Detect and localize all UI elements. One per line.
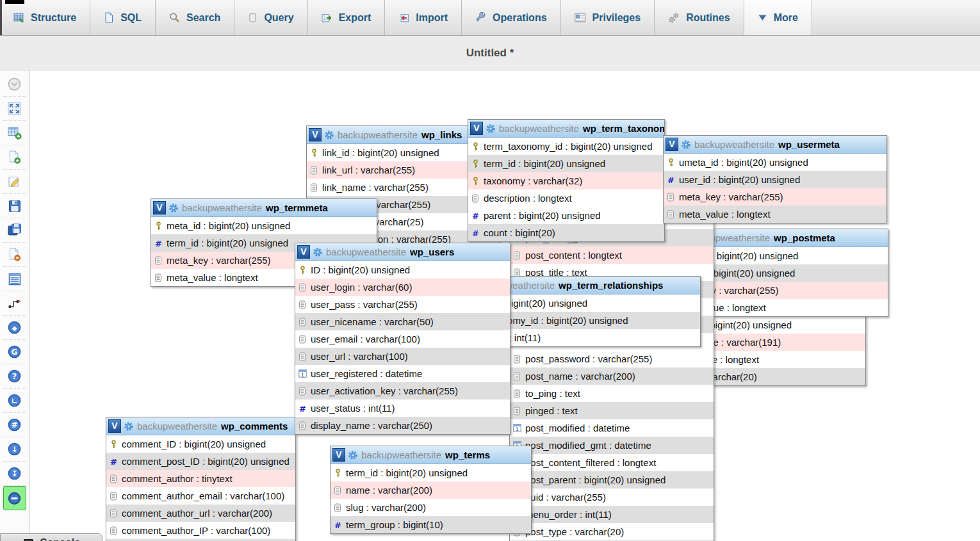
table-structure-toggle-icon[interactable]: V	[309, 128, 322, 141]
save-page-as-button[interactable]	[3, 218, 26, 243]
column-row-guid[interactable]: guid : varchar(255)	[510, 489, 714, 506]
column-row-comment_ID[interactable]: comment_ID : bigint(20) unsigned	[106, 435, 295, 453]
toggle-small-big-button[interactable]: ↧	[3, 462, 26, 486]
table-panel-wp_comments[interactable]: Vbackupweathersitewp_commentscomment_ID …	[106, 417, 296, 541]
column-row-comment_author[interactable]: comment_author : tinytext	[106, 470, 295, 487]
table-structure-toggle-icon[interactable]: V	[297, 245, 310, 259]
column-row-pinged[interactable]: pinged : text	[510, 402, 714, 419]
table-options-gear-icon[interactable]	[348, 450, 358, 460]
add-table-button[interactable]	[3, 121, 26, 145]
column-row-post_content_filtered[interactable]: post_content_filtered : longtext	[510, 454, 714, 471]
column-row-user_pass[interactable]: user_pass : varchar(255)	[295, 296, 510, 313]
table-panel-wp_term_taxonomy[interactable]: Vbackupweathersitewp_term_taxonomyterm_t…	[468, 119, 665, 242]
create-relationship-button[interactable]	[3, 291, 26, 316]
table-header-wp_terms[interactable]: Vbackupweathersitewp_terms	[331, 446, 531, 464]
column-row-user_url[interactable]: user_url : varchar(100)	[295, 348, 510, 365]
snap-to-grid-button[interactable]: #	[3, 413, 26, 437]
tab-sql[interactable]: SQL	[90, 0, 156, 35]
table-panel-wp_users[interactable]: Vbackupweathersitewp_usersID : bigint(20…	[295, 243, 510, 435]
column-row-count[interactable]: #count : bigint(20)	[468, 224, 664, 241]
column-row-comment_author_email[interactable]: comment_author_email : varchar(100)	[106, 487, 295, 505]
table-panel-wp_terms[interactable]: Vbackupweathersitewp_termsterm_id : bigi…	[330, 446, 532, 534]
column-row-user_nicename[interactable]: user_nicename : varchar(50)	[295, 313, 510, 330]
table-panel-wp_usermeta[interactable]: Vbackupweathersitewp_usermetaumeta_id : …	[663, 135, 887, 223]
column-row-post_password[interactable]: post_password : varchar(255)	[510, 350, 714, 367]
tab-structure[interactable]: Structure	[0, 0, 90, 35]
table-structure-toggle-icon[interactable]: V	[332, 448, 345, 462]
column-row-post_content[interactable]: post_content : longtext	[510, 246, 714, 264]
save-page-button[interactable]	[3, 194, 26, 218]
column-row-user_activation_key[interactable]: user_activation_key : varchar(255)	[295, 382, 510, 400]
column-row-menu_order[interactable]: #menu_order : int(11)	[510, 506, 714, 523]
column-row-term_id[interactable]: term_id : bigint(20) unsigned	[468, 155, 664, 172]
fullscreen-button[interactable]	[3, 97, 26, 121]
column-row-meta_value[interactable]: meta_value : longtext	[664, 206, 886, 223]
column-row-user_login[interactable]: user_login : varchar(60)	[295, 279, 510, 296]
new-page-button[interactable]	[3, 145, 26, 170]
table-options-gear-icon[interactable]	[313, 247, 323, 257]
column-row-description[interactable]: description : longtext	[468, 190, 664, 207]
tab-import[interactable]: Import	[385, 0, 462, 35]
table-options-gear-icon[interactable]	[324, 130, 334, 140]
table-options-gear-icon[interactable]	[486, 124, 496, 134]
toggle-relationship-lines-button[interactable]	[3, 486, 26, 510]
collapse-menu-button[interactable]	[3, 72, 26, 97]
table-options-gear-icon[interactable]	[168, 203, 179, 213]
help-button[interactable]: ?	[3, 364, 26, 389]
edit-page-button[interactable]	[3, 170, 26, 194]
table-options-gear-icon[interactable]	[124, 421, 134, 432]
column-row-meta_key[interactable]: meta_key : varchar(255)	[664, 188, 886, 206]
column-row-post_modified[interactable]: 1post_modified : datetime	[510, 419, 714, 437]
table-header-wp_usermeta[interactable]: Vbackupweathersitewp_usermeta	[664, 136, 886, 154]
console-bar[interactable]: Console	[0, 533, 102, 541]
table-structure-toggle-icon[interactable]: V	[666, 138, 678, 151]
column-row-user_id[interactable]: #user_id : bigint(20) unsigned	[664, 171, 886, 188]
column-row-post_parent[interactable]: #post_parent : bigint(20) unsigned	[510, 471, 714, 489]
tab-search[interactable]: Search	[156, 0, 234, 35]
column-label: term_id : bigint(20) unsigned	[346, 467, 468, 478]
column-row-ID[interactable]: ID : bigint(20) unsigned	[295, 261, 510, 279]
column-row-user_registered[interactable]: 1user_registered : datetime	[295, 365, 510, 382]
delete-page-button[interactable]	[3, 243, 26, 267]
text-column-icon	[298, 283, 307, 292]
column-row-name[interactable]: name : varchar(200)	[331, 481, 531, 499]
column-row-taxonomy[interactable]: taxonomy : varchar(32)	[468, 172, 664, 190]
column-row-parent[interactable]: #parent : bigint(20) unsigned	[468, 207, 664, 224]
choose-column-display-button[interactable]: ◆	[3, 316, 26, 340]
tab-query[interactable]: Query	[234, 0, 307, 35]
tab-operations[interactable]: Operations	[462, 0, 560, 35]
table-header-wp_termmeta[interactable]: Vbackupweathersitewp_termmeta	[151, 199, 377, 217]
tab-export[interactable]: Export	[308, 0, 386, 35]
column-row-post_modified_gmt[interactable]: 1post_modified_gmt : datetime	[510, 437, 714, 454]
column-row-umeta_id[interactable]: umeta_id : bigint(20) unsigned	[664, 154, 886, 171]
table-header-wp_comments[interactable]: Vbackupweathersitewp_comments	[106, 417, 295, 435]
column-row-user_email[interactable]: user_email : varchar(100)	[295, 330, 510, 348]
column-row-comment_author_IP[interactable]: comment_author_IP : varchar(100)	[106, 522, 295, 539]
column-row-meta_id[interactable]: meta_id : bigint(20) unsigned	[151, 217, 377, 234]
table-header-wp_term_taxonomy[interactable]: Vbackupweathersitewp_term_taxonomy	[468, 120, 664, 138]
table-options-gear-icon[interactable]	[681, 140, 691, 150]
tab-privileges[interactable]: Privileges	[561, 0, 655, 35]
column-row-slug[interactable]: slug : varchar(200)	[331, 499, 531, 516]
column-row-display_name[interactable]: display_name : varchar(250)	[295, 417, 510, 434]
column-row-term_taxonomy_id[interactable]: term_taxonomy_id : bigint(20) unsigned	[468, 138, 664, 155]
column-row-post_name[interactable]: post_name : varchar(200)	[510, 367, 714, 385]
column-row-comment_author_url[interactable]: comment_author_url : varchar(200)	[106, 505, 295, 522]
table-header-wp_users[interactable]: Vbackupweathersitewp_users	[295, 243, 510, 261]
column-row-user_status[interactable]: #user_status : int(11)	[295, 400, 510, 417]
column-row-term_id[interactable]: term_id : bigint(20) unsigned	[331, 464, 531, 481]
column-row-term_group[interactable]: #term_group : bigint(10)	[331, 516, 531, 533]
column-row-to_ping[interactable]: to_ping : text	[510, 385, 714, 402]
table-list-button[interactable]	[3, 267, 26, 291]
table-structure-toggle-icon[interactable]: V	[470, 122, 483, 135]
angular-links-button[interactable]: ∟	[3, 389, 26, 413]
table-structure-toggle-icon[interactable]: V	[108, 419, 121, 433]
tab-routines[interactable]: Routines	[655, 0, 744, 35]
small-big-all-button[interactable]: ↓	[3, 437, 26, 462]
column-row-post_type[interactable]: post_type : varchar(20)	[510, 523, 714, 540]
column-row-comment_post_ID[interactable]: #comment_post_ID : bigint(20) unsigned	[106, 453, 295, 470]
column-label: user_id : bigint(20) unsigned	[679, 174, 800, 185]
reload-button[interactable]: G	[3, 340, 26, 364]
table-structure-toggle-icon[interactable]: V	[153, 201, 166, 214]
tab-more[interactable]: More	[744, 0, 812, 35]
